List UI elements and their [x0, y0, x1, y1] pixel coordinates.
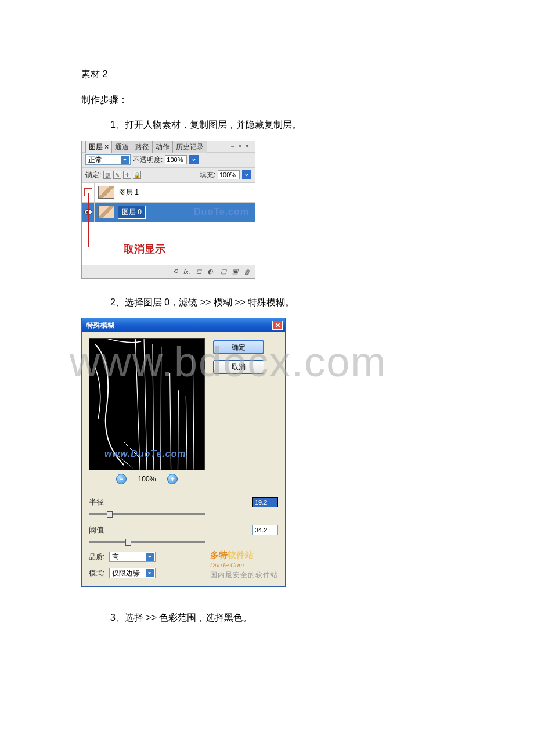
- lock-fill-row: 锁定: ▧ ✎ ✛ 🔒 填充: 100%: [82, 168, 255, 183]
- steps-heading: 制作步骤：: [81, 92, 453, 107]
- annotation-line: [88, 193, 122, 247]
- fill-label: 填充:: [200, 170, 215, 180]
- quality-select[interactable]: 高: [109, 552, 156, 562]
- fx-icon[interactable]: fx.: [183, 268, 190, 275]
- opacity-label: 不透明度:: [133, 155, 163, 165]
- duote-watermark: 多特软件站 DuoTe.Com 国内最安全的软件站: [210, 549, 278, 579]
- chevron-down-icon: [146, 569, 154, 577]
- panel-watermark: DuoTe.com: [194, 207, 249, 217]
- menu-icon[interactable]: ▾≡: [246, 142, 252, 150]
- zoom-in-button[interactable]: +: [167, 474, 178, 484]
- material-heading: 素材 2: [81, 67, 453, 82]
- tab-label: 图层: [89, 143, 103, 151]
- lock-label: 锁定:: [85, 170, 101, 180]
- tab-history[interactable]: 历史记录: [172, 141, 207, 153]
- annotation-label: 取消显示: [124, 242, 165, 256]
- lock-icons: ▧ ✎ ✛ 🔒: [103, 171, 141, 179]
- threshold-slider[interactable]: [89, 538, 205, 546]
- dt-text: 软件站: [228, 550, 254, 560]
- threshold-label: 阈值: [89, 525, 104, 535]
- fill-value[interactable]: 100%: [218, 170, 240, 179]
- zoom-controls: − 100% +: [89, 474, 205, 484]
- slider-thumb[interactable]: [125, 539, 131, 546]
- fill-arrow-button[interactable]: [242, 170, 251, 179]
- panel-footer: ⟲ fx. ◻ ◐. ▢ ▣ 🗑: [82, 265, 255, 278]
- blend-mode-select[interactable]: 正常: [85, 154, 131, 165]
- layers-panel: 图层 × 通道 路径 动作 历史记录 – × ▾≡ 正常 不透明度: 100%: [81, 141, 255, 279]
- panel-tabs: 图层 × 通道 路径 动作 历史记录 – × ▾≡: [82, 141, 255, 153]
- folder-icon[interactable]: ▢: [221, 268, 226, 275]
- layer-empty-area: 取消显示: [82, 222, 255, 265]
- radius-label: 半径: [89, 497, 104, 507]
- smart-blur-dialog: 特殊模糊 ✕ www.DuoTe.com: [81, 318, 286, 587]
- adjustment-icon[interactable]: ◐.: [207, 268, 215, 275]
- cancel-button[interactable]: 取消: [213, 360, 264, 374]
- zoom-value: 100%: [138, 475, 156, 483]
- chevron-down-icon: [121, 156, 129, 164]
- dt-text: DuoTe.Com: [210, 561, 278, 570]
- dialog-titlebar: 特殊模糊 ✕: [82, 318, 285, 332]
- step-1: 1、打开人物素材，复制图层，并隐藏复制层。: [81, 117, 453, 132]
- threshold-input[interactable]: 34.2: [252, 525, 278, 535]
- radius-slider[interactable]: [89, 510, 205, 518]
- preview-watermark: www.DuoTe.com: [104, 449, 186, 459]
- close-icon[interactable]: ×: [238, 142, 241, 150]
- lock-pixels-icon[interactable]: ✎: [113, 171, 121, 179]
- blend-opacity-row: 正常 不透明度: 100%: [82, 153, 255, 168]
- document-content: 素材 2 制作步骤： 1、打开人物素材，复制图层，并隐藏复制层。 图层 × 通道…: [0, 0, 534, 625]
- lock-position-icon[interactable]: ✛: [123, 171, 131, 179]
- slider-thumb[interactable]: [107, 511, 113, 518]
- new-layer-icon[interactable]: ▣: [232, 268, 238, 275]
- preview-image: www.DuoTe.com: [89, 338, 205, 470]
- mode-value: 仅限边缘: [112, 568, 140, 578]
- layer-name: 图层 0: [118, 206, 146, 219]
- step-3: 3、选择 >> 色彩范围，选择黑色。: [81, 610, 453, 625]
- blend-mode-value: 正常: [88, 155, 102, 165]
- dialog-title: 特殊模糊: [86, 321, 114, 330]
- threshold-row: 阈值 34.2: [89, 525, 278, 535]
- close-icon[interactable]: ✕: [272, 321, 283, 330]
- tab-paths[interactable]: 路径: [132, 141, 153, 153]
- lock-transparency-icon[interactable]: ▧: [103, 171, 111, 179]
- layer-list: 图层 1 图层 0 DuoTe.com 取消显示: [82, 183, 255, 265]
- trash-icon[interactable]: 🗑: [244, 268, 250, 275]
- dt-text: 国内最安全的软件站: [210, 570, 278, 580]
- radius-input[interactable]: 19.2: [252, 497, 278, 507]
- quality-label: 品质:: [89, 552, 104, 562]
- zoom-out-button[interactable]: −: [116, 474, 127, 484]
- tab-layers[interactable]: 图层 ×: [85, 141, 112, 153]
- tab-channels[interactable]: 通道: [111, 141, 132, 153]
- chevron-down-icon: [146, 553, 154, 561]
- radius-row: 半径 19.2: [89, 497, 278, 507]
- opacity-value[interactable]: 100%: [165, 155, 187, 164]
- quality-value: 高: [112, 552, 119, 562]
- lock-all-icon[interactable]: 🔒: [133, 171, 141, 179]
- opacity-arrow-button[interactable]: [189, 155, 199, 164]
- mode-label: 模式:: [89, 568, 104, 578]
- dt-text: 多特: [210, 550, 228, 560]
- ok-button[interactable]: 确定: [213, 340, 264, 354]
- mask-icon[interactable]: ◻: [196, 268, 201, 275]
- mode-select[interactable]: 仅限边缘: [109, 568, 156, 578]
- step-2: 2、选择图层 0，滤镜 >> 模糊 >> 特殊模糊。: [81, 295, 453, 310]
- link-icon[interactable]: ⟲: [172, 268, 178, 275]
- tab-actions[interactable]: 动作: [152, 141, 173, 153]
- minimize-icon[interactable]: –: [231, 142, 234, 150]
